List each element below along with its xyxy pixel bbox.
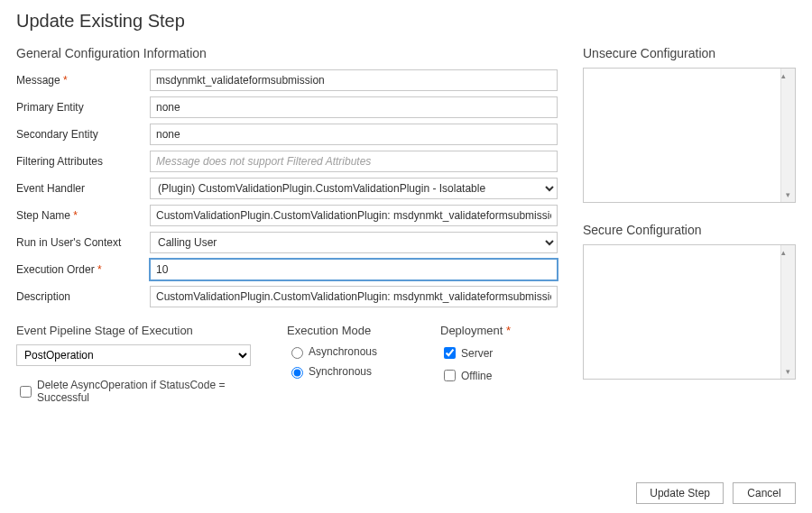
unsecure-config-heading: Unsecure Configuration bbox=[583, 46, 796, 60]
server-label: Server bbox=[461, 347, 493, 360]
delete-async-checkbox[interactable] bbox=[20, 386, 32, 398]
secondary-entity-input[interactable] bbox=[150, 124, 558, 145]
unsecure-config-textarea[interactable] bbox=[584, 69, 780, 202]
message-input[interactable] bbox=[150, 69, 558, 91]
server-checkbox[interactable] bbox=[444, 347, 456, 359]
chevron-up-icon[interactable]: ▴ bbox=[781, 245, 795, 260]
secure-config-textarea[interactable] bbox=[584, 245, 780, 379]
asynchronous-label: Asynchronous bbox=[309, 345, 377, 358]
secure-config-heading: Secure Configuration bbox=[583, 223, 796, 237]
run-context-select[interactable]: Calling User bbox=[150, 232, 558, 253]
offline-checkbox[interactable] bbox=[444, 370, 456, 381]
unsecure-config-wrap: ▴ ▾ bbox=[583, 68, 796, 203]
update-step-button[interactable]: Update Step bbox=[636, 482, 724, 504]
step-name-input[interactable] bbox=[150, 205, 558, 226]
cancel-button[interactable]: Cancel bbox=[733, 482, 796, 504]
scrollbar[interactable]: ▴ ▾ bbox=[780, 69, 795, 202]
secure-config-wrap: ▴ ▾ bbox=[583, 244, 796, 380]
execution-mode-heading: Execution Mode bbox=[287, 324, 404, 337]
description-label: Description bbox=[16, 290, 150, 303]
asynchronous-radio[interactable] bbox=[291, 347, 303, 359]
chevron-up-icon[interactable]: ▴ bbox=[781, 69, 795, 83]
pipeline-heading: Event Pipeline Stage of Execution bbox=[16, 324, 251, 337]
primary-entity-label: Primary Entity bbox=[16, 101, 150, 114]
event-handler-label: Event Handler bbox=[16, 182, 150, 195]
filtering-attributes-input bbox=[150, 151, 558, 172]
primary-entity-input[interactable] bbox=[150, 96, 558, 118]
chevron-down-icon[interactable]: ▾ bbox=[781, 364, 795, 379]
execution-order-input[interactable] bbox=[150, 259, 558, 280]
run-context-label: Run in User's Context bbox=[16, 236, 150, 249]
scrollbar[interactable]: ▴ ▾ bbox=[780, 245, 795, 379]
page-title: Update Existing Step bbox=[16, 11, 796, 32]
general-heading: General Configuration Information bbox=[16, 46, 558, 60]
step-name-label: Step Name bbox=[16, 209, 150, 222]
message-label: Message bbox=[16, 74, 150, 87]
chevron-down-icon[interactable]: ▾ bbox=[781, 188, 795, 202]
offline-label: Offline bbox=[461, 370, 492, 382]
filtering-attributes-label: Filtering Attributes bbox=[16, 155, 150, 168]
execution-order-label: Execution Order bbox=[16, 263, 150, 276]
description-input[interactable] bbox=[150, 286, 558, 307]
delete-async-label: Delete AsyncOperation if StatusCode = Su… bbox=[37, 379, 251, 404]
synchronous-label: Synchronous bbox=[309, 365, 372, 378]
deployment-heading: Deployment bbox=[440, 324, 558, 337]
pipeline-stage-select[interactable]: PostOperation bbox=[16, 344, 251, 366]
event-handler-select[interactable]: (Plugin) CustomValidationPlugin.CustomVa… bbox=[150, 178, 558, 199]
synchronous-radio[interactable] bbox=[291, 367, 303, 379]
secondary-entity-label: Secondary Entity bbox=[16, 128, 150, 141]
